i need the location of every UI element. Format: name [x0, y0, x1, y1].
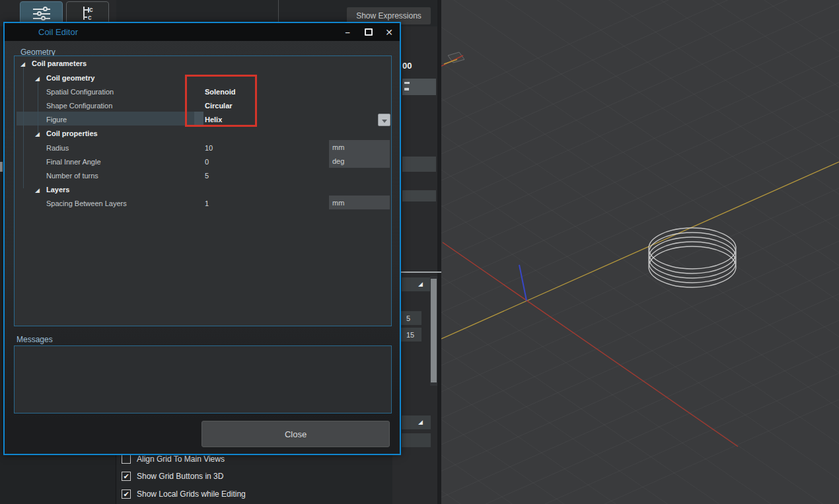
tree-label: Figure	[46, 116, 67, 124]
minimize-button[interactable]: –	[341, 26, 354, 38]
side-scrollbar-thumb[interactable]	[431, 279, 437, 382]
messages-section-label: Messages	[17, 335, 53, 344]
side-panel-field[interactable]: 5	[401, 311, 421, 325]
left-scrollbar-thumb[interactable]	[0, 162, 3, 172]
helix-coil	[649, 228, 736, 287]
expander-icon[interactable]: ◢	[35, 187, 40, 194]
annotation-rectangle	[185, 75, 257, 127]
checkbox-label: Show Grid Buttons in 3D	[137, 472, 223, 481]
checkbox-icon[interactable]	[122, 454, 131, 464]
dialog-titlebar[interactable]: Coil Editor – ✕	[5, 23, 400, 41]
tree-row-coil-parameters[interactable]: ◢Coil parameters	[15, 59, 391, 72]
messages-box	[14, 345, 392, 414]
collapse-triangle-icon: ◢	[418, 419, 423, 425]
expander-icon[interactable]: ◢	[20, 61, 25, 67]
viewport-grid	[441, 0, 839, 504]
viewport-3d[interactable]	[441, 0, 839, 504]
tree-value: 1	[205, 199, 209, 207]
y-axis-line	[441, 162, 839, 339]
grid-option-show-local-grids-while-editing[interactable]: ✔Show Local Grids while Editing	[122, 489, 246, 499]
collapse-header[interactable]: ◢	[402, 277, 431, 291]
checkbox-icon[interactable]: ✔	[122, 489, 131, 499]
maximize-icon	[365, 28, 373, 36]
application-window: c c Show Expressions 00 ◢ 5 15 ◢ Align G…	[0, 0, 839, 504]
checkbox-label: Show Local Grids while Editing	[137, 489, 246, 499]
viewport-canvas	[441, 0, 839, 504]
tree-value: 5	[205, 172, 209, 180]
tree-label: Coil parameters	[32, 59, 87, 67]
side-panel-value: 00	[402, 61, 412, 71]
hierarchy-icon: c c	[78, 5, 98, 22]
collapse-triangle-icon: ◢	[418, 281, 423, 287]
close-button[interactable]: Close	[201, 421, 390, 447]
side-panel-row[interactable]	[402, 157, 436, 172]
tree-label: Coil geometry	[46, 74, 94, 82]
tree-label: Coil properties	[46, 129, 98, 137]
expander-icon[interactable]: ◢	[35, 131, 40, 137]
tree-label: Final Inner Angle	[46, 158, 101, 166]
unit-field[interactable]: mm	[329, 196, 390, 209]
tree-value: 0	[205, 158, 209, 166]
svg-text:c: c	[88, 14, 92, 21]
side-panel-field[interactable]: 15	[401, 328, 421, 342]
tree-label: Shape Configuration	[46, 102, 112, 110]
close-window-button[interactable]: ✕	[383, 26, 396, 38]
grid-option-align-grid-to-main-views[interactable]: Align Grid To Main Views	[122, 454, 225, 464]
pane-divider	[278, 0, 279, 22]
unit-field[interactable]: deg	[329, 154, 390, 168]
tree-label: Spacing Between Layers	[46, 199, 127, 207]
tree-label: Number of turns	[46, 172, 98, 180]
origin-plane-marker	[441, 52, 464, 66]
tree-label: Radius	[46, 144, 69, 152]
sliders-icon	[33, 6, 50, 21]
unit-field[interactable]: mm	[329, 140, 390, 154]
side-panel-field[interactable]	[402, 433, 431, 447]
panel-splitter[interactable]	[401, 271, 441, 273]
expander-icon[interactable]: ◢	[35, 75, 40, 82]
grid-option-show-grid-buttons-in-3d[interactable]: ✔Show Grid Buttons in 3D	[122, 471, 223, 481]
tree-row-number-of-turns[interactable]: Number of turns5	[15, 171, 391, 184]
maximize-button[interactable]	[362, 26, 375, 38]
svg-text:c: c	[89, 6, 93, 13]
collapse-header[interactable]: ◢	[402, 415, 431, 429]
tree-value: 10	[205, 144, 213, 152]
side-panel-button[interactable]	[402, 79, 436, 95]
tree-label: Spatial Configuration	[46, 88, 114, 96]
tree-label: Layers	[46, 186, 69, 194]
checkbox-label: Align Grid To Main Views	[137, 454, 225, 464]
figure-dropdown-button[interactable]	[378, 114, 390, 126]
dialog-title: Coil Editor	[38, 27, 78, 37]
panel-gap	[437, 0, 441, 504]
side-panel-row[interactable]	[402, 190, 436, 201]
checkbox-icon[interactable]: ✔	[122, 472, 131, 481]
